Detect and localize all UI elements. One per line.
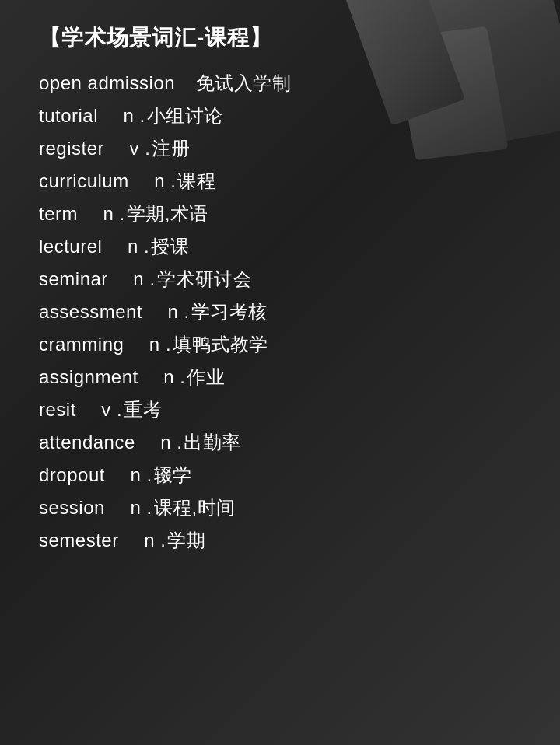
vocab-meaning-8: 填鸭式教学 [173,334,268,355]
vocab-pos-4: n . [103,203,125,224]
vocab-pos-3: n . [154,170,176,191]
vocab-item-9: assignment n .作业 [39,361,521,393]
vocab-item-12: dropout n .辍学 [39,459,521,491]
vocab-word-10: resit [39,399,76,420]
vocab-word-13: session [39,497,105,518]
vocab-word-2: register [39,138,104,159]
vocab-meaning-6: 学术研讨会 [157,268,253,289]
vocab-word-9: assignment [39,366,138,387]
vocab-pos-11: n . [160,432,182,453]
vocab-item-5: lecturel n .授课 [39,230,521,263]
vocab-list: open admission 免试入学制tutorial n .小组讨论regi… [39,67,521,557]
vocab-item-0: open admission 免试入学制 [39,67,521,100]
vocab-word-12: dropout [39,464,105,485]
vocab-meaning-14: 学期 [167,530,205,551]
vocab-item-14: semester n .学期 [39,524,521,557]
vocab-word-11: attendance [39,432,135,453]
vocab-item-4: term n .学期,术语 [39,198,521,230]
vocab-item-13: session n .课程,时间 [39,491,521,524]
page-title: 【学术场景词汇-课程】 [39,23,521,53]
vocab-item-6: seminar n .学术研讨会 [39,263,521,296]
vocab-pos-1: n . [124,105,145,126]
vocab-word-14: semester [39,530,119,551]
vocab-word-0: open admission [39,72,175,93]
vocab-word-7: assessment [39,301,142,322]
vocab-meaning-13: 课程,时间 [154,497,236,518]
vocab-word-5: lecturel [39,236,102,257]
vocab-pos-7: n . [168,301,190,322]
vocab-pos-12: n . [130,464,152,485]
vocab-item-7: assessment n .学习考核 [39,296,521,328]
vocab-word-4: term [39,203,78,224]
vocab-pos-5: n . [128,236,149,257]
vocab-word-1: tutorial [39,105,98,126]
vocab-meaning-9: 作业 [187,366,225,387]
vocab-item-2: register v .注册 [39,132,521,165]
vocab-meaning-10: 重考 [124,399,162,420]
vocab-item-1: tutorial n .小组讨论 [39,100,521,132]
vocab-meaning-7: 学习考核 [191,301,268,322]
vocab-item-3: curriculum n .课程 [39,165,521,198]
vocab-word-3: curriculum [39,170,129,191]
vocab-word-8: cramming [39,334,124,355]
vocab-meaning-11: 出勤率 [184,432,241,453]
vocab-item-11: attendance n .出勤率 [39,426,521,459]
vocab-word-6: seminar [39,268,108,289]
vocab-meaning-4: 学期,术语 [127,203,208,224]
vocab-pos-2: v . [130,138,151,159]
vocab-item-8: cramming n .填鸭式教学 [39,328,521,361]
vocab-item-10: resit v .重考 [39,393,521,426]
main-content: 【学术场景词汇-课程】 open admission 免试入学制tutorial… [0,0,560,580]
vocab-meaning-2: 注册 [152,138,190,159]
vocab-pos-9: n . [163,366,185,387]
vocab-meaning-1: 小组讨论 [147,105,223,126]
vocab-pos-14: n . [144,530,166,551]
vocab-meaning-12: 辍学 [154,464,192,485]
vocab-pos-6: n . [133,268,155,289]
vocab-pos-10: v . [101,399,122,420]
vocab-meaning-5: 授课 [151,236,189,257]
vocab-meaning-3: 课程 [177,170,215,191]
vocab-pos-8: n . [149,334,171,355]
vocab-pos-13: n . [130,497,152,518]
vocab-meaning-0: 免试入学制 [196,72,292,93]
